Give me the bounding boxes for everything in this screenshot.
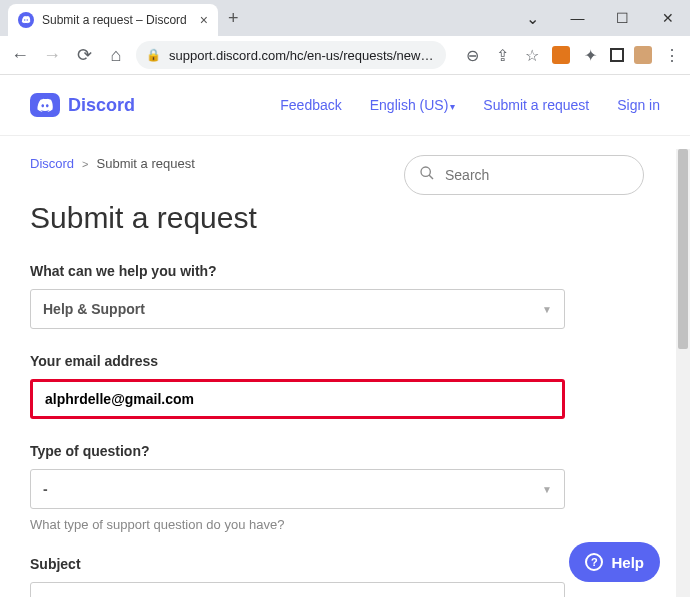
search-icon [419, 165, 435, 185]
svg-line-1 [429, 175, 433, 179]
share-icon[interactable]: ⇪ [492, 45, 512, 65]
breadcrumb-current: Submit a request [97, 156, 195, 171]
window-dropdown-icon[interactable]: ⌄ [510, 3, 555, 33]
address-bar[interactable]: 🔒 support.discord.com/hc/en-us/requests/… [136, 41, 446, 69]
email-field[interactable]: alphrdelle@gmail.com [30, 379, 565, 419]
search-container [404, 155, 644, 195]
toolbar-icons: ⊖ ⇪ ☆ ✦ ⋮ [462, 45, 682, 65]
subject-group: Subject [30, 556, 660, 597]
discord-favicon [18, 12, 34, 28]
svg-point-0 [421, 167, 430, 176]
lock-icon: 🔒 [146, 48, 161, 62]
page-content: Discord Feedback English (US)▾ Submit a … [0, 75, 690, 597]
site-header: Discord Feedback English (US)▾ Submit a … [0, 75, 690, 136]
discord-logo[interactable]: Discord [30, 93, 135, 117]
browser-toolbar: ← → ⟳ ⌂ 🔒 support.discord.com/hc/en-us/r… [0, 36, 690, 74]
menu-icon[interactable]: ⋮ [662, 45, 682, 65]
breadcrumb-home[interactable]: Discord [30, 156, 74, 171]
page-viewport: Discord Feedback English (US)▾ Submit a … [0, 75, 690, 597]
feedback-link[interactable]: Feedback [280, 97, 341, 113]
reload-button[interactable]: ⟳ [72, 41, 96, 69]
window-controls: ⌄ — ☐ ✕ [510, 3, 690, 33]
question-type-label: Type of question? [30, 443, 660, 459]
chevron-down-icon: ▼ [542, 484, 552, 495]
chevron-down-icon: ▼ [542, 304, 552, 315]
zoom-icon[interactable]: ⊖ [462, 45, 482, 65]
email-value: alphrdelle@gmail.com [45, 391, 194, 407]
help-with-group: What can we help you with? Help & Suppor… [30, 263, 660, 329]
browser-tab[interactable]: Submit a request – Discord × [8, 4, 218, 36]
help-with-select[interactable]: Help & Support ▼ [30, 289, 565, 329]
tab-title: Submit a request – Discord [42, 13, 192, 27]
question-type-select[interactable]: - ▼ [30, 469, 565, 509]
signin-link[interactable]: Sign in [617, 97, 660, 113]
email-label: Your email address [30, 353, 660, 369]
question-type-group: Type of question? - ▼ What type of suppo… [30, 443, 660, 532]
close-window-button[interactable]: ✕ [645, 3, 690, 33]
chevron-down-icon: ▾ [450, 101, 455, 112]
submit-request-link[interactable]: Submit a request [483, 97, 589, 113]
main-content: Discord > Submit a request Submit a requ… [0, 136, 690, 597]
header-nav: Feedback English (US)▾ Submit a request … [280, 97, 660, 113]
search-input[interactable] [445, 167, 629, 183]
question-type-hint: What type of support question do you hav… [30, 517, 660, 532]
discord-logo-icon [30, 93, 60, 117]
vertical-scrollbar[interactable] [676, 149, 690, 597]
language-label: English (US) [370, 97, 449, 113]
help-with-value: Help & Support [43, 301, 145, 317]
logo-text: Discord [68, 95, 135, 116]
help-button[interactable]: ? Help [569, 542, 660, 582]
url-text: support.discord.com/hc/en-us/requests/ne… [169, 48, 436, 63]
tab-close-icon[interactable]: × [200, 12, 208, 28]
minimize-button[interactable]: — [555, 3, 600, 33]
scrollbar-thumb[interactable] [678, 149, 688, 349]
help-with-label: What can we help you with? [30, 263, 660, 279]
profile-icon[interactable] [634, 46, 652, 64]
help-icon: ? [585, 553, 603, 571]
forward-button: → [40, 41, 64, 69]
new-tab-button[interactable]: + [228, 8, 239, 29]
back-button[interactable]: ← [8, 41, 32, 69]
maximize-button[interactable]: ☐ [600, 3, 645, 33]
home-button[interactable]: ⌂ [104, 41, 128, 69]
help-button-label: Help [611, 554, 644, 571]
bookmark-icon[interactable]: ☆ [522, 45, 542, 65]
breadcrumb-separator-icon: > [82, 158, 88, 170]
search-box[interactable] [404, 155, 644, 195]
subject-label: Subject [30, 556, 660, 572]
question-type-value: - [43, 481, 48, 497]
page-title: Submit a request [30, 201, 660, 235]
titlebar: Submit a request – Discord × + ⌄ — ☐ ✕ [0, 0, 690, 36]
subject-field[interactable] [30, 582, 565, 597]
email-group: Your email address alphrdelle@gmail.com [30, 353, 660, 419]
browser-chrome: Submit a request – Discord × + ⌄ — ☐ ✕ ←… [0, 0, 690, 75]
sidepanel-icon[interactable] [610, 48, 624, 62]
extensions-icon[interactable]: ✦ [580, 45, 600, 65]
metamask-extension-icon[interactable] [552, 46, 570, 64]
language-selector[interactable]: English (US)▾ [370, 97, 456, 113]
